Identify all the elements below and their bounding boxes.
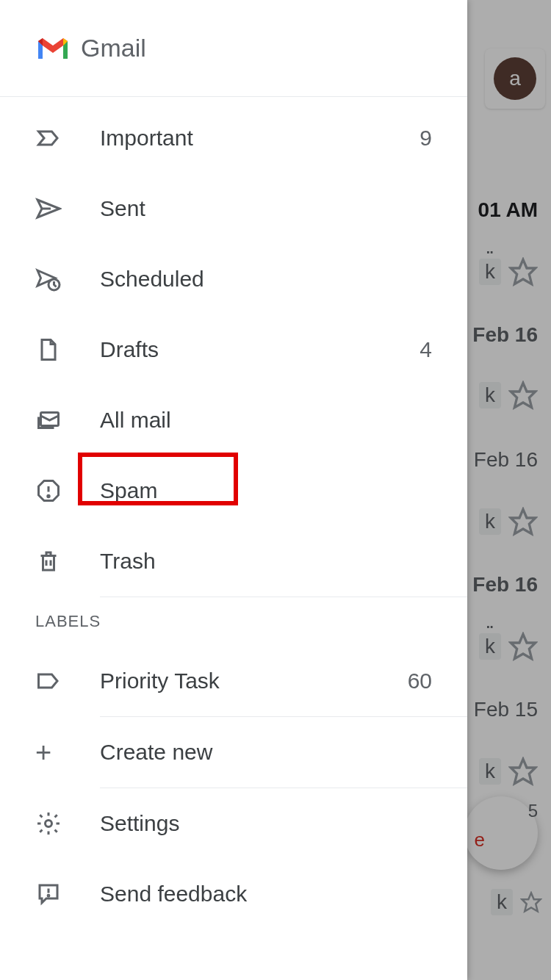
nav-item-important[interactable]: Important 9: [0, 103, 467, 173]
nav-count: 4: [419, 337, 432, 362]
feedback-icon: [35, 881, 100, 907]
nav-label: Drafts: [100, 337, 419, 362]
plus-icon: +: [35, 738, 100, 766]
all-mail-icon: [35, 407, 100, 433]
drawer-header: Gmail: [0, 0, 467, 97]
label-icon: [35, 668, 100, 694]
scheduled-icon: [35, 266, 100, 292]
nav-label: Important: [100, 126, 419, 151]
nav-item-send-feedback[interactable]: Send feedback: [0, 859, 467, 929]
drawer-scrim[interactable]: [467, 0, 551, 980]
nav-count: 9: [419, 126, 432, 151]
nav-item-sent[interactable]: Sent: [0, 173, 467, 244]
svg-point-14: [48, 895, 49, 896]
trash-icon: [35, 548, 100, 574]
gear-icon: [35, 810, 100, 837]
nav-label: Settings: [100, 811, 432, 836]
nav-label: Sent: [100, 196, 432, 221]
nav-count: 60: [408, 669, 432, 693]
nav-item-create-new[interactable]: + Create new: [0, 717, 467, 788]
gmail-m-icon: [35, 35, 71, 62]
app-name: Gmail: [81, 34, 146, 62]
svg-point-12: [46, 821, 52, 827]
spam-icon: [35, 478, 100, 504]
nav-item-trash[interactable]: Trash: [0, 526, 467, 597]
important-icon: [35, 125, 100, 151]
gmail-logo: Gmail: [35, 34, 146, 62]
nav-label: Scheduled: [100, 267, 432, 292]
nav-label: Priority Task: [100, 669, 408, 693]
nav-item-settings[interactable]: Settings: [0, 788, 467, 859]
labels-header: LABELS: [0, 597, 467, 646]
nav-item-drafts[interactable]: Drafts 4: [0, 314, 467, 385]
drafts-icon: [35, 336, 100, 363]
sent-icon: [35, 195, 100, 222]
nav-item-all-mail[interactable]: All mail: [0, 385, 467, 455]
svg-point-11: [48, 495, 49, 497]
navigation-drawer: Gmail Important 9 Sent Scheduled: [0, 0, 467, 980]
nav-item-scheduled[interactable]: Scheduled: [0, 244, 467, 314]
nav-label: Spam: [100, 478, 432, 503]
nav-item-spam[interactable]: Spam: [0, 455, 467, 526]
nav-label: Send feedback: [100, 882, 432, 907]
nav-label: Create new: [100, 740, 432, 765]
nav-item-label-priority-task[interactable]: Priority Task 60: [0, 646, 467, 716]
nav-label: Trash: [100, 549, 432, 574]
nav-label: All mail: [100, 408, 432, 433]
